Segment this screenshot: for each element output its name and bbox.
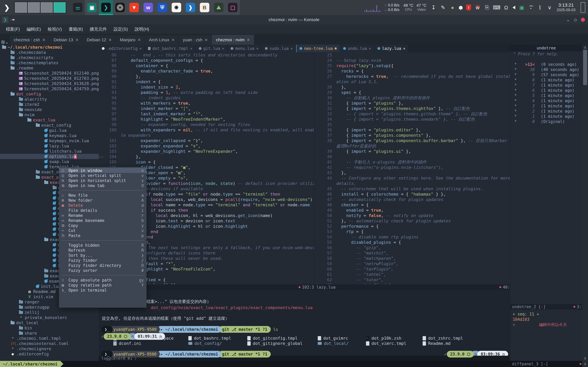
- menu-item-copy-absolute-path[interactable]: ∷Copy absolute pathgy: [59, 277, 147, 283]
- konsole-tab-4[interactable]: Arch Linux✕: [145, 35, 179, 45]
- scroll-up-icon[interactable]: ∧: [582, 45, 588, 50]
- dbeaver-icon[interactable]: B: [198, 0, 212, 15]
- undotree-entry-5[interactable]: *5(1 minute ago): [510, 93, 582, 98]
- menubar-item-3[interactable]: 書籤(B): [66, 25, 86, 33]
- menu-item-refresh[interactable]: RefreshR: [59, 248, 147, 253]
- scrollbar-thumb[interactable]: [583, 50, 587, 85]
- menu-item-open-in-vertical-split[interactable]: ◫Open in vertical splitv: [59, 173, 147, 178]
- wemod-icon[interactable]: ẇ: [475, 4, 481, 11]
- download-icon[interactable]: ↧: [431, 4, 437, 11]
- green-status-icon[interactable]: ●: [450, 4, 456, 11]
- rings-app-icon[interactable]: [113, 0, 127, 15]
- undotree-entry-3[interactable]: *3(1 minute ago): [510, 103, 582, 108]
- tree-item-.chezmoidata[interactable]: .chezmoidata: [0, 50, 99, 55]
- buffer-tab-git.lua[interactable]: git.lua✕: [196, 45, 227, 52]
- undotree-entry-6[interactable]: *6(1 minute ago): [510, 88, 582, 93]
- menubar-item-5[interactable]: 設定(S): [111, 25, 131, 33]
- maximize-icon[interactable]: ◇: [574, 17, 577, 22]
- editor-lazy-lua[interactable]: 2324-- Setup lazy.nvim25require("lazy").…: [314, 52, 510, 284]
- tree-item-.chezmoi.toml.tmpl[interactable]: *.chezmoi.toml.tmpl: [0, 336, 99, 341]
- color-picker-icon[interactable]: ✎: [440, 4, 446, 11]
- buffer-tab-undo.lua[interactable]: undo.lua✕: [340, 45, 374, 52]
- menu-item-copy-relative-path[interactable]: ▤Copy relative pathY: [59, 283, 147, 288]
- virtual-desktop-3[interactable]: [41, 2, 53, 13]
- tree-item-.chezmoiscripts[interactable]: .chezmoiscripts: [0, 55, 99, 60]
- ls-item-dot_p10k.zsh[interactable]: dot_p10k.zsh: [366, 336, 401, 341]
- scroll-up2-icon[interactable]: ∧: [582, 355, 588, 361]
- tree-item-iterm2[interactable]: iterm2: [0, 102, 99, 107]
- tray-expand-chevron-icon[interactable]: ∨: [546, 4, 553, 11]
- tree-item-bin[interactable]: bin: [0, 325, 99, 331]
- ls-item-dot_gitignore_global[interactable]: dot_gitignore_global: [247, 341, 303, 346]
- spectacle-screenshot-icon[interactable]: ▢: [226, 0, 240, 15]
- undotree-entry-9[interactable]: *9(57 seconds ago): [510, 72, 582, 77]
- pin-icon[interactable]: 📌︎: [9, 16, 16, 23]
- konsole-tab-6[interactable]: chezmoi : nvim✕: [212, 35, 254, 45]
- menubar-item-4[interactable]: 擴充元件: [87, 25, 110, 33]
- ls-item-dot_bashrc.tmpl[interactable]: dot_bashrc.tmpl: [188, 336, 231, 341]
- undotree-entry-1[interactable]: *1(1 minute ago): [510, 114, 582, 119]
- clock-widget[interactable]: 3:13:212025-05-03: [557, 3, 575, 12]
- wifi-icon[interactable]: [528, 6, 534, 9]
- virtual-desktop-pager[interactable]: [14, 1, 67, 14]
- menu-item-copy[interactable]: ⧉Copyy: [59, 223, 147, 228]
- konsole-tab-5[interactable]: yuan : zsh✕: [179, 35, 212, 45]
- tree-item-~/.local/share/chezmoi[interactable]: ~/.local/share/chezmoi: [0, 45, 99, 50]
- temperature-widget[interactable]: 48 °CCPU 47 °CVideo: [404, 3, 427, 12]
- tree-item-exact_config[interactable]: exact_config: [0, 123, 99, 128]
- undotree-entry-10[interactable]: *10(40 seconds ago): [510, 67, 582, 72]
- tree-item-Screenshot_20250424_013628.png[interactable]: Screenshot_20250424_013628.png: [0, 81, 99, 86]
- undotree-entry-11[interactable]: *>11<(0 seconds ago): [510, 62, 582, 67]
- tree-item-listchars.lua[interactable]: listchars.lua: [0, 149, 99, 154]
- tree-item-nvim[interactable]: nvim: [0, 112, 99, 117]
- tree-item-Screenshot_20250424_024759.png[interactable]: Screenshot_20250424_024759.png: [0, 86, 99, 92]
- purple-w-app-icon[interactable]: w: [141, 0, 155, 15]
- tree-item-.chezmoitemplates[interactable]: .chezmoitemplates: [0, 60, 99, 66]
- menu-item-sort-by-[interactable]: Sort by...❯: [59, 253, 147, 258]
- tree-item-dot_config[interactable]: dot_config: [0, 92, 99, 97]
- ls-item-Readme.md[interactable]: Readme.md: [423, 341, 450, 346]
- chatgpt-icon[interactable]: ❋: [169, 0, 183, 15]
- bluetooth-icon[interactable]: ᛒ: [537, 4, 543, 11]
- menu-item-toggle-hidden[interactable]: Toggle hiddenR: [59, 243, 147, 248]
- clipboard-icon[interactable]: ⎘: [484, 4, 490, 11]
- undotree-entry-8[interactable]: *8(1 minute ago): [510, 77, 582, 83]
- ls-item-dot_gitconfig.tmpl[interactable]: dot_gitconfig.tmpl: [247, 336, 298, 341]
- toggleterm-terminal[interactable]: <檔案>..." 以包含要提交的內容）dot_config/nvim/exact…: [99, 290, 510, 356]
- tree-item-neovide[interactable]: neovide: [0, 107, 99, 112]
- tree-item-.readme[interactable]: .readme: [0, 66, 99, 71]
- virtual-desktop-2[interactable]: [28, 2, 40, 13]
- tree-item-exact_lua[interactable]: exact_lua: [0, 117, 99, 123]
- menu-item-delete[interactable]: ▣Deleted: [59, 203, 147, 208]
- menubar-item-6[interactable]: 說明(H): [132, 25, 152, 33]
- shade-chevron-icon[interactable]: ⌄: [566, 17, 570, 22]
- menubar-item-0[interactable]: 檔案(F): [3, 25, 23, 33]
- ls-item-dot_config/[interactable]: dot_config/: [188, 341, 222, 346]
- konsole-terminal-icon[interactable]: ❯: [99, 0, 113, 15]
- ls-item-dot_vimrc.tmpl[interactable]: dot_vimrc.tmpl: [366, 341, 406, 346]
- brave-browser-icon[interactable]: ▼: [127, 0, 141, 15]
- menu-item-fuzzy-finder[interactable]: Fuzzy finder/: [59, 258, 147, 263]
- bitwarden-icon[interactable]: ⛨: [155, 0, 169, 15]
- menubar-item-1[interactable]: 編輯(E): [24, 25, 44, 33]
- tree-item-keymaps_nvim.lua[interactable]: keymaps_nvim.lua: [0, 138, 99, 143]
- menu-item-open-in-terminal[interactable]: ❯_Open in terminal: [59, 288, 147, 293]
- mountain-app-icon[interactable]: ⛰: [212, 0, 226, 15]
- headset-icon[interactable]: Ω: [503, 4, 509, 11]
- menu-item-file-details[interactable]: File detailsi: [59, 208, 147, 213]
- undotree-entry-7[interactable]: *7(1 minute ago): [510, 83, 582, 88]
- konsole-tab-2[interactable]: Debian 12✕: [83, 35, 116, 45]
- ls-item-dot_gvimrc[interactable]: dot_gvimrc: [318, 336, 348, 341]
- menu-item-paste[interactable]: ⎘Pastep: [59, 233, 147, 238]
- scrollbar[interactable]: ∧ ∧ ∨: [582, 45, 588, 367]
- system-monitor-graph-icon[interactable]: [364, 3, 381, 12]
- tree-item-alacritty[interactable]: alacritty: [0, 97, 99, 102]
- tree-item-dot_local[interactable]: dot_local: [0, 320, 99, 325]
- konsole-tab-1[interactable]: Debian 13✕: [50, 35, 83, 45]
- konsole-tab-3[interactable]: Manjaro✕: [116, 35, 145, 45]
- tree-item-options.lu[interactable]: options.lua: [0, 154, 99, 159]
- notifications-bell-icon[interactable]: [459, 6, 463, 9]
- menu-item-open-in-window[interactable]: ▢Open in windowo: [59, 168, 147, 173]
- virtual-desktop-1[interactable]: [15, 2, 27, 13]
- tree-item-Screenshot_20250424_012703.png[interactable]: Screenshot_20250424_012703.png: [0, 76, 99, 81]
